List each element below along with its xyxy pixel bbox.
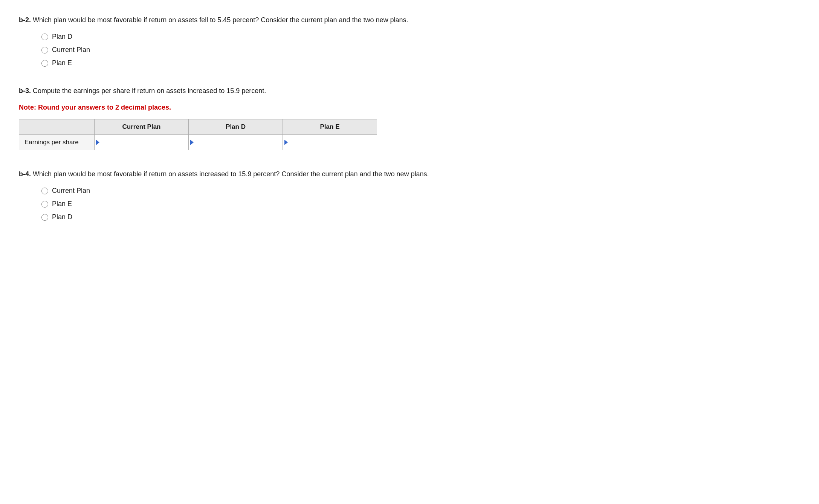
b4-radio-group: Current Plan Plan E Plan D	[41, 187, 509, 221]
b3-row-label-eps: Earnings per share	[19, 135, 95, 150]
b3-heading-bold: b-3.	[19, 87, 31, 95]
b4-radio-current-plan[interactable]	[41, 188, 48, 194]
b4-label-plan-d: Plan D	[52, 213, 72, 221]
b3-input-wrapper-plan-e	[284, 136, 375, 148]
b4-option-plan-e[interactable]: Plan E	[41, 200, 509, 208]
b2-radio-current-plan[interactable]	[41, 47, 48, 53]
b3-heading: b-3. Compute the earnings per share if r…	[19, 86, 509, 96]
b4-radio-plan-e[interactable]	[41, 201, 48, 208]
b3-input-current-plan[interactable]	[101, 136, 187, 148]
b3-col-header-plan-d: Plan D	[189, 119, 283, 135]
b3-note: Note: Round your answers to 2 decimal pl…	[19, 104, 509, 111]
b2-heading-bold: b-2.	[19, 16, 31, 24]
b2-radio-group: Plan D Current Plan Plan E	[41, 33, 509, 67]
b3-table-container: Current Plan Plan D Plan E Earnings per …	[19, 119, 509, 150]
b3-table: Current Plan Plan D Plan E Earnings per …	[19, 119, 377, 150]
b4-label-current-plan: Current Plan	[52, 187, 90, 195]
b3-section: b-3. Compute the earnings per share if r…	[19, 86, 509, 150]
b2-option-plan-e[interactable]: Plan E	[41, 59, 509, 67]
b3-col-header-current-plan: Current Plan	[95, 119, 189, 135]
b3-input-plan-d[interactable]	[195, 136, 281, 148]
b2-label-plan-d: Plan D	[52, 33, 72, 41]
b2-label-plan-e: Plan E	[52, 59, 72, 67]
b2-section: b-2. Which plan would be most favorable …	[19, 15, 509, 67]
b4-section: b-4. Which plan would be most favorable …	[19, 169, 509, 221]
b3-input-wrapper-current-plan	[96, 136, 187, 148]
b3-heading-text: Compute the earnings per share if return…	[31, 87, 266, 95]
b3-cell-plan-d[interactable]	[189, 135, 283, 150]
b3-cell-plan-e[interactable]	[283, 135, 377, 150]
b3-col-header-label	[19, 119, 95, 135]
b4-heading: b-4. Which plan would be most favorable …	[19, 169, 509, 179]
b3-table-header-row: Current Plan Plan D Plan E	[19, 119, 377, 135]
b2-option-current-plan[interactable]: Current Plan	[41, 46, 509, 54]
b2-heading-text: Which plan would be most favorable if re…	[31, 16, 408, 24]
b4-heading-bold: b-4.	[19, 170, 31, 178]
b3-col-header-plan-e: Plan E	[283, 119, 377, 135]
b3-input-plan-e[interactable]	[289, 136, 375, 148]
b2-label-current-plan: Current Plan	[52, 46, 90, 54]
b4-heading-text: Which plan would be most favorable if re…	[31, 170, 429, 178]
b3-table-row-eps: Earnings per share	[19, 135, 377, 150]
b3-cell-current-plan[interactable]	[95, 135, 189, 150]
b4-option-plan-d[interactable]: Plan D	[41, 213, 509, 221]
b4-label-plan-e: Plan E	[52, 200, 72, 208]
b3-input-wrapper-plan-d	[190, 136, 281, 148]
b2-radio-plan-e[interactable]	[41, 60, 48, 67]
b2-option-plan-d[interactable]: Plan D	[41, 33, 509, 41]
b2-heading: b-2. Which plan would be most favorable …	[19, 15, 509, 25]
b4-radio-plan-d[interactable]	[41, 214, 48, 221]
b2-radio-plan-d[interactable]	[41, 34, 48, 40]
b4-option-current-plan[interactable]: Current Plan	[41, 187, 509, 195]
